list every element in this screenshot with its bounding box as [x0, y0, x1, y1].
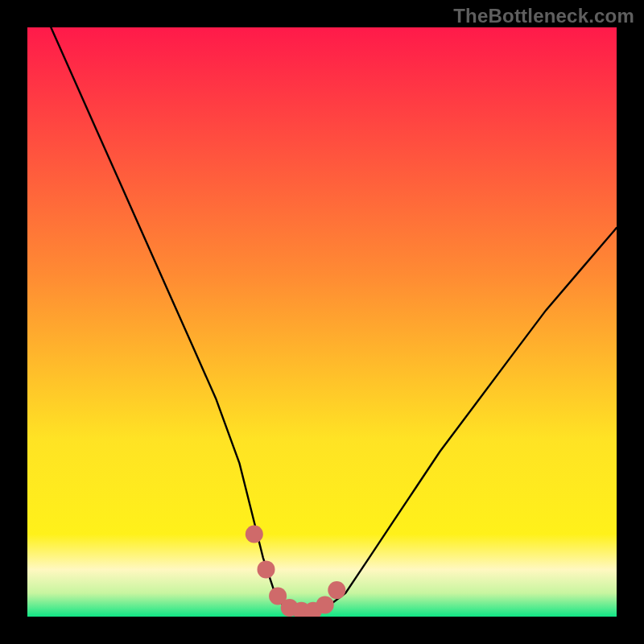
gradient-background	[27, 27, 617, 617]
highlight-marker	[328, 581, 345, 599]
attribution-label: TheBottleneck.com	[453, 5, 634, 27]
highlight-marker	[246, 526, 263, 543]
highlight-marker	[316, 596, 334, 613]
chart-frame: TheBottleneck.com	[0, 0, 644, 644]
highlight-marker	[258, 560, 275, 578]
plot-area	[27, 27, 617, 617]
bottleneck-chart	[27, 27, 617, 617]
